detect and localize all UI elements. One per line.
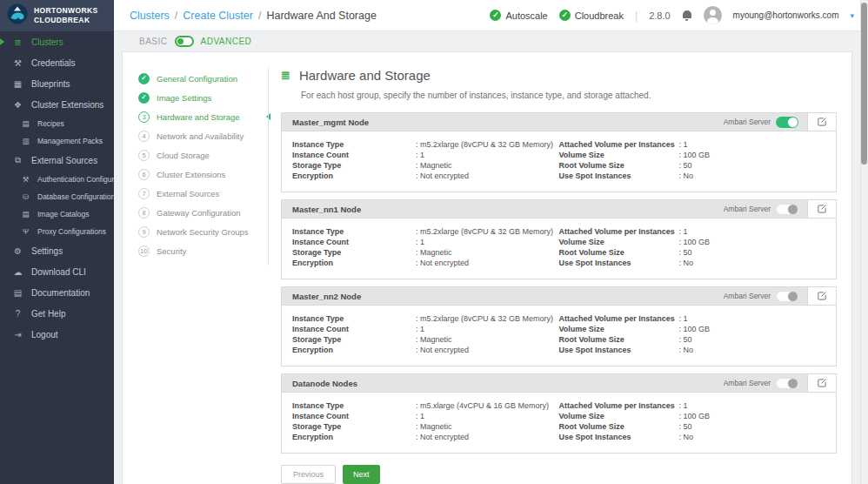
edit-icon <box>817 378 827 388</box>
wizard-step-7[interactable]: 7External Sources <box>123 184 269 203</box>
toggle-knob <box>788 379 798 388</box>
wizard-step-4[interactable]: 4Network and Availability <box>123 126 269 145</box>
step-check-icon: ✓ <box>138 92 150 104</box>
group-fields-right: Attached Volume per Instances: 1Volume S… <box>559 139 826 181</box>
sidebar-item-authentication-configurations[interactable]: ⚒Authentication Configurations <box>0 171 114 188</box>
sidebar-item-label: Image Catalogs <box>37 210 90 218</box>
sidebar-item-management-packs[interactable]: ▥Management Packs <box>0 132 114 150</box>
breadcrumb-item[interactable]: Create Cluster <box>183 10 253 22</box>
breadcrumb-separator: / <box>258 10 261 22</box>
topbar-right: ✓ Autoscale ✓ Cloudbreak | 2.8.0 myoung@… <box>490 6 854 24</box>
field-label: Storage Type <box>292 335 416 344</box>
edit-group-button[interactable] <box>807 113 836 131</box>
field-value: : Not encrypted <box>416 433 469 441</box>
scrollbar-thumb[interactable] <box>861 3 867 165</box>
sidebar-item-cluster-extensions[interactable]: ❖Cluster Extensions <box>0 94 114 115</box>
wizard-step-3[interactable]: 3Hardware and Storage <box>123 107 269 126</box>
sidebar-item-external-sources[interactable]: ⧉External Sources <box>0 150 114 171</box>
field-value: : 100 GB <box>679 238 711 246</box>
field-row: Storage Type: Magnetic <box>292 334 559 345</box>
sidebar-item-get-help[interactable]: ?Get Help <box>0 303 114 324</box>
topbar: Clusters/Create Cluster/Hardware And Sto… <box>114 0 868 31</box>
next-button[interactable]: Next <box>343 465 380 484</box>
group-body: Instance Type: m5.xlarge (4vCPU & 16 GB … <box>282 393 836 453</box>
scrollbar-track[interactable] <box>860 0 868 484</box>
mode-strip: BASIC ADVANCED <box>122 31 251 51</box>
breadcrumb: Clusters/Create Cluster/Hardware And Sto… <box>130 10 377 22</box>
field-value: : m5.xlarge (4vCPU & 16 GB Memory) <box>416 401 549 410</box>
user-email[interactable]: myoung@hortonworks.com <box>733 10 839 20</box>
sidebar-item-image-catalogs[interactable]: ▤Image Catalogs <box>0 205 114 223</box>
field-row: Encryption: Not encrypted <box>292 171 559 181</box>
sidebar-item-credentials[interactable]: ⚒Credentials <box>0 52 114 73</box>
wizard-step-10[interactable]: 10Security <box>123 241 269 260</box>
check-circle-icon: ✓ <box>559 10 571 21</box>
clusters-icon: ≣ <box>12 37 23 47</box>
sidebar-item-download-cli[interactable]: ☁Download CLI <box>0 261 114 282</box>
step-number-badge: 8 <box>138 207 150 218</box>
basic-advanced-toggle[interactable] <box>175 36 194 47</box>
field-row: Volume Size: 100 GB <box>559 411 826 421</box>
field-row: Instance Type: m5.2xlarge (8vCPU & 32 GB… <box>292 313 559 324</box>
field-label: Storage Type <box>292 248 416 257</box>
wizard-step-6[interactable]: 6Cluster Extensions <box>123 165 269 184</box>
sidebar-item-settings[interactable]: ⚙Settings <box>0 240 114 261</box>
field-label: Instance Type <box>292 140 416 149</box>
wizard-step-8[interactable]: 8Gateway Configuration <box>123 203 269 222</box>
sidebar-item-recipes[interactable]: ▤Recipes <box>0 115 114 132</box>
section-header: ≣ Hardware and Storage <box>281 68 431 83</box>
field-label: Encryption <box>292 433 416 441</box>
field-label: Volume Size <box>559 325 679 333</box>
management-packs-icon: ▥ <box>20 137 31 145</box>
field-label: Use Spot Instances <box>559 171 679 180</box>
ambari-server-toggle[interactable] <box>776 378 798 389</box>
breadcrumb-item[interactable]: Clusters <box>130 10 170 22</box>
previous-button[interactable]: Previous <box>281 465 336 484</box>
wizard-step-2[interactable]: ✓Image Settings <box>123 88 269 107</box>
field-row: Instance Count: 1 <box>292 324 559 334</box>
step-number-badge: 9 <box>138 226 150 238</box>
ambari-server-toggle[interactable] <box>776 117 798 128</box>
settings-icon: ⚙ <box>12 246 23 256</box>
field-value: : 1 <box>416 325 424 333</box>
sidebar-item-logout[interactable]: ⇥Logout <box>0 324 114 345</box>
field-row: Root Volume Size: 50 <box>559 421 826 432</box>
field-row: Attached Volume per Instances: 1 <box>559 400 826 411</box>
sidebar-item-clusters[interactable]: ≣Clusters <box>0 31 114 52</box>
field-label: Instance Count <box>292 412 416 420</box>
notifications-bell-icon[interactable] <box>682 10 692 22</box>
chevron-down-icon[interactable]: ▾ <box>850 11 854 20</box>
wizard-step-5[interactable]: 5Cloud Storage <box>123 145 269 165</box>
sidebar-item-blueprints[interactable]: ▦Blueprints <box>0 73 114 94</box>
recipes-icon: ▤ <box>20 119 31 128</box>
user-avatar[interactable] <box>704 6 722 24</box>
field-value: : Magnetic <box>416 161 452 170</box>
wizard-step-1[interactable]: ✓General Configuration <box>123 69 269 88</box>
cloudbreak-status: ✓ Cloudbreak <box>559 10 624 21</box>
field-value: : Magnetic <box>416 335 452 344</box>
ambari-server-toggle[interactable] <box>776 291 798 302</box>
breadcrumb-item: Hardware And Storage <box>266 10 376 22</box>
edit-group-button[interactable] <box>807 287 836 305</box>
sidebar-item-proxy-configurations[interactable]: ΨProxy Configurations <box>0 223 114 240</box>
field-value: : 50 <box>679 161 692 170</box>
authentication-configurations-icon: ⚒ <box>20 175 31 184</box>
field-label: Attached Volume per Instances <box>559 227 679 236</box>
host-group-2: Master_nn2 NodeAmbari ServerInstance Typ… <box>281 286 837 366</box>
sidebar-item-documentation[interactable]: ▤Documentation <box>0 282 114 303</box>
ambari-server-toggle[interactable] <box>776 204 798 215</box>
edit-group-button[interactable] <box>807 200 836 218</box>
sidebar-item-database-configurations[interactable]: ⛁Database Configurations <box>0 188 114 205</box>
edit-group-button[interactable] <box>807 374 836 392</box>
field-value: : 1 <box>416 151 424 159</box>
app-logo[interactable]: HORTONWORKS CLOUDBREAK <box>0 0 114 31</box>
group-body: Instance Type: m5.2xlarge (8vCPU & 32 GB… <box>282 306 836 366</box>
field-value: : 100 GB <box>679 151 711 159</box>
group-fields-left: Instance Type: m5.2xlarge (8vCPU & 32 GB… <box>292 139 559 181</box>
field-value: : 1 <box>679 140 688 149</box>
field-value: : 1 <box>416 412 424 420</box>
wizard-step-9[interactable]: 9Network Security Groups <box>123 222 269 241</box>
documentation-icon: ▤ <box>12 288 23 298</box>
group-header: Master_nn1 NodeAmbari Server <box>282 200 836 218</box>
field-label: Instance Count <box>292 238 416 246</box>
